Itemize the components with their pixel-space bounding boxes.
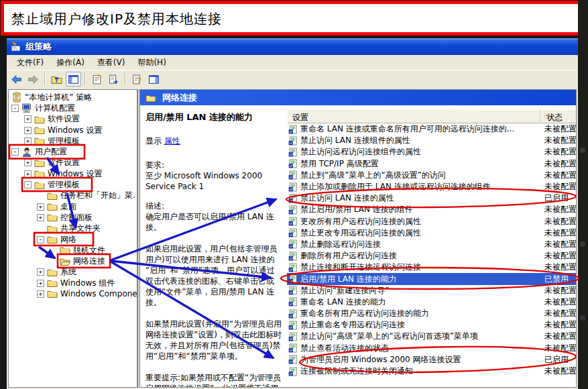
settings-row-16[interactable]: 重命名所有用户远程访问连接的能力未被配置 bbox=[287, 308, 577, 319]
help-button[interactable]: ? bbox=[129, 72, 145, 87]
settings-row-5[interactable]: 禁止添加或删除用于 LAN 连接或远程访问连接的组件未被配置 bbox=[287, 181, 577, 192]
settings-row-18[interactable]: 禁止访问“高级”菜单上的“远程访问首选项”菜单项未被配置 bbox=[287, 331, 577, 342]
tree-item-16[interactable]: +系统 bbox=[9, 267, 137, 278]
setting-name: 禁止连接和断开连接远程访问连接 bbox=[300, 262, 536, 273]
tree-item-label: 共享文件夹 bbox=[60, 223, 101, 234]
show-hide-action-pane-button[interactable] bbox=[146, 72, 162, 87]
menu-item-0[interactable]: 文件(F) bbox=[11, 56, 50, 70]
properties-button[interactable] bbox=[89, 72, 105, 87]
tree-item-14[interactable]: 脱机文件 bbox=[9, 245, 137, 256]
settings-row-15[interactable]: 重命名 LAN 连接的能力未被配置 bbox=[287, 296, 577, 308]
settings-row-0[interactable]: 重命名 LAN 连接或重命名所有用户可用的远程访问连接的...未被配置 bbox=[287, 123, 577, 135]
settings-row-6[interactable]: 禁止访问 LAN 连接的属性已启用 bbox=[287, 192, 577, 204]
settings-row-12[interactable]: 禁止连接和断开连接远程访问连接未被配置 bbox=[287, 262, 577, 273]
tree-item-6[interactable]: +软件设置 bbox=[9, 158, 137, 168]
settings-row-11[interactable]: 删除所有用户远程访问连接未被配置 bbox=[287, 250, 577, 262]
tree-item-5[interactable]: -用户配置 bbox=[9, 146, 137, 157]
tree-item-11[interactable]: +控制面板 bbox=[9, 212, 137, 223]
setting-name: 重命名所有用户远程访问连接的能力 bbox=[300, 308, 536, 319]
policy-setting-icon bbox=[288, 321, 298, 330]
setting-name: 禁用 TCP/IP 高级配置 bbox=[300, 158, 536, 170]
expand-toggle-minus[interactable]: - bbox=[11, 148, 19, 156]
expand-toggle-plus[interactable]: + bbox=[37, 280, 44, 287]
expand-toggle-minus[interactable]: - bbox=[37, 236, 44, 243]
folder-icon bbox=[47, 278, 58, 288]
properties-link[interactable]: 属性 bbox=[164, 136, 180, 146]
export-list-button[interactable] bbox=[106, 72, 121, 87]
tree-item-label: 脱机文件 bbox=[73, 245, 105, 256]
back-button[interactable] bbox=[9, 72, 24, 87]
show-hide-console-tree-button[interactable] bbox=[66, 72, 81, 87]
tree-item-label: Windows 设置 bbox=[48, 125, 102, 136]
settings-row-20[interactable]: 为管理员启用 Windows 2000 网络连接设置已启用 bbox=[287, 354, 577, 366]
settings-row-19[interactable]: 禁止查看活动连接的状态未被配置 bbox=[287, 343, 577, 354]
tree-item-2[interactable]: +软件设置 bbox=[9, 114, 137, 125]
tree-item-7[interactable]: +Windows 设置 bbox=[9, 168, 137, 179]
menu-bar: 文件(F)操作(A)查看(V)帮助(H) bbox=[7, 55, 578, 70]
expand-toggle-plus[interactable]: + bbox=[24, 115, 32, 123]
tree-item-15[interactable]: 网络连接 bbox=[9, 256, 137, 266]
settings-row-8[interactable]: 更改所有用户远程访问连接的属性未被配置 bbox=[287, 216, 577, 227]
requirements-line: 至少 Microsoft Windows 2000 bbox=[145, 170, 282, 181]
settings-row-2[interactable]: 禁止访问远程访问连接组件的属性未被配置 bbox=[287, 146, 577, 158]
menu-item-1[interactable]: 操作(A) bbox=[50, 56, 91, 70]
policy-setting-icon bbox=[288, 367, 298, 376]
settings-row-1[interactable]: 禁止访问 LAN 连接组件的属性未被配置 bbox=[287, 135, 577, 146]
expand-toggle-plus[interactable]: + bbox=[37, 214, 44, 221]
setting-status: 未被配置 bbox=[536, 135, 577, 146]
tree-item-1[interactable]: -计算机配置 bbox=[9, 103, 137, 113]
expand-toggle-minus[interactable]: - bbox=[24, 181, 32, 188]
settings-row-9[interactable]: 禁止更改专用远程访问连接的属性未被配置 bbox=[287, 227, 577, 239]
settings-row-21[interactable]: 连接被限制或无连接时关闭通知未被配置 bbox=[287, 366, 577, 377]
window-titlebar[interactable]: 组策略 bbox=[7, 38, 578, 55]
expand-toggle-plus[interactable]: + bbox=[24, 127, 32, 134]
policy-setting-icon bbox=[288, 125, 298, 134]
tree-item-12[interactable]: 共享文件夹 bbox=[9, 223, 137, 234]
tree-item-9[interactable]: 任务栏和「开始」菜. bbox=[9, 190, 137, 201]
settings-row-4[interactable]: 禁止到“高级”菜单上的“高级设置”的访问未被配置 bbox=[287, 170, 577, 181]
expand-toggle-plus[interactable]: + bbox=[24, 159, 32, 166]
tree-item-3[interactable]: +Windows 设置 bbox=[9, 125, 137, 135]
settings-row-10[interactable]: 禁止删除远程访问连接未被配置 bbox=[287, 239, 577, 250]
tree-item-18[interactable]: +Windows Components bbox=[9, 288, 137, 299]
tree-item-label: 用户配置 bbox=[35, 146, 67, 158]
background-window-strip bbox=[578, 0, 588, 389]
menu-item-3[interactable]: 帮助(H) bbox=[131, 56, 172, 70]
expand-toggle-plus[interactable]: + bbox=[37, 203, 44, 211]
tree-item-8[interactable]: -管理模板 bbox=[9, 179, 137, 190]
setting-name: 禁止访问“新建连接向导” bbox=[300, 285, 536, 296]
tree-item-13[interactable]: -网络 bbox=[9, 234, 137, 245]
setting-status: 未被配置 bbox=[536, 366, 577, 377]
settings-row-13[interactable]: 启用/禁用 LAN 连接的能力已禁用 bbox=[287, 273, 577, 284]
column-header-setting[interactable]: 设置 bbox=[287, 109, 540, 123]
expand-toggle-plus[interactable]: + bbox=[37, 268, 44, 276]
settings-row-17[interactable]: 禁止重命名专用远程访问连接未被配置 bbox=[287, 319, 577, 331]
tree-item-10[interactable]: +桌面 bbox=[9, 201, 137, 212]
settings-row-7[interactable]: 禁止启用/禁用 LAN 连接的组件未被配置 bbox=[287, 204, 577, 215]
column-header-status[interactable]: 状态 bbox=[540, 109, 577, 123]
setting-name: 禁止访问 LAN 连接组件的属性 bbox=[300, 135, 536, 146]
settings-row-14[interactable]: 禁止访问“新建连接向导”未被配置 bbox=[287, 285, 577, 296]
menu-item-2[interactable]: 查看(V) bbox=[91, 56, 132, 70]
description-paragraph: 如果启用此设置，用户(包括非管理员用户)可以使用用来进行 LAN 连接的“启用”… bbox=[145, 243, 282, 308]
setting-status: 已禁用 bbox=[536, 274, 569, 285]
annotation-banner-text: 禁止域用户修改IP及禁用本地连接 bbox=[11, 10, 222, 28]
policy-setting-icon bbox=[288, 148, 298, 157]
settings-row-3[interactable]: 禁用 TCP/IP 高级配置未被配置 bbox=[287, 158, 577, 170]
setting-status: 未被配置 bbox=[536, 158, 577, 170]
back-icon bbox=[11, 74, 22, 85]
tree-item-4[interactable]: +管理模板 bbox=[9, 135, 137, 146]
policy-setting-icon bbox=[288, 159, 298, 168]
tree-item-0[interactable]: “本地计算机” 策略 bbox=[9, 92, 137, 103]
expand-toggle-plus[interactable]: + bbox=[37, 290, 44, 298]
setting-status: 未被配置 bbox=[536, 204, 577, 215]
folder-icon bbox=[34, 114, 45, 125]
expand-toggle-plus[interactable]: + bbox=[24, 170, 32, 178]
setting-status: 未被配置 bbox=[536, 285, 577, 296]
expand-toggle-plus[interactable]: + bbox=[24, 137, 32, 145]
expand-toggle-minus[interactable]: - bbox=[11, 105, 19, 112]
folder-icon bbox=[47, 201, 58, 212]
up-one-level-button[interactable] bbox=[49, 72, 64, 87]
folder-icon bbox=[47, 288, 58, 299]
tree-item-17[interactable]: +Windows 组件 bbox=[9, 278, 137, 288]
